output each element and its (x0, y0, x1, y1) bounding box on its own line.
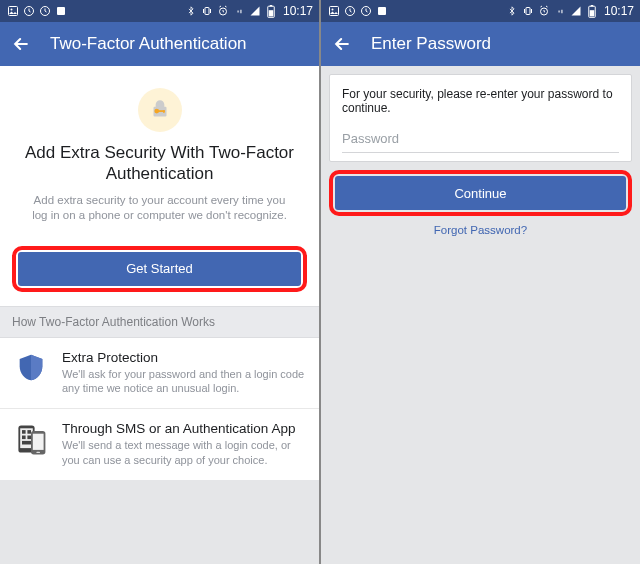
status-time: 10:17 (604, 4, 634, 18)
get-started-button[interactable]: Get Started (18, 252, 301, 286)
list-item: Through SMS or an Authentication App We'… (0, 409, 319, 480)
alarm-icon (538, 5, 551, 18)
status-time: 10:17 (283, 4, 313, 18)
highlight-annotation: Continue (329, 170, 632, 216)
password-card: For your security, please re-enter your … (329, 74, 632, 162)
status-bar: 10:17 (0, 0, 319, 22)
vibrate-icon (522, 5, 535, 18)
phone-qr-icon (12, 421, 50, 459)
svg-rect-22 (36, 452, 40, 453)
battery-icon (265, 5, 278, 18)
clock-status-icon-2 (38, 5, 51, 18)
clock-status-icon (22, 5, 35, 18)
signal-icon (570, 5, 583, 18)
phone-left: 10:17 Two-Factor Authentication Add Extr… (0, 0, 319, 564)
page-title: Two-Factor Authentication (50, 34, 247, 54)
network-icon (233, 5, 246, 18)
svg-rect-0 (8, 7, 17, 16)
battery-icon (586, 5, 599, 18)
back-arrow-icon[interactable] (10, 33, 32, 55)
page-title: Enter Password (371, 34, 491, 54)
clock-status-icon-2 (359, 5, 372, 18)
svg-rect-16 (27, 430, 31, 434)
app-bar: Enter Password (321, 22, 640, 66)
vibrate-icon (201, 5, 214, 18)
network-icon (554, 5, 567, 18)
signal-icon (249, 5, 262, 18)
highlight-annotation: Get Started (12, 246, 307, 292)
maps-icon (375, 5, 388, 18)
section-header: How Two-Factor Authentication Works (0, 306, 319, 338)
svg-rect-23 (329, 7, 338, 16)
image-icon (6, 5, 19, 18)
svg-rect-21 (33, 434, 44, 450)
svg-rect-4 (57, 7, 65, 15)
svg-rect-27 (378, 7, 386, 15)
list-item-desc: We'll send a text message with a login c… (62, 438, 307, 468)
svg-rect-18 (27, 436, 31, 440)
lock-key-icon (138, 88, 182, 132)
continue-button[interactable]: Continue (335, 176, 626, 210)
hero-title: Add Extra Security With Two-Factor Authe… (18, 142, 301, 185)
status-bar: 10:17 (321, 0, 640, 22)
maps-icon (54, 5, 67, 18)
list-item-title: Through SMS or an Authentication App (62, 421, 307, 436)
app-bar: Two-Factor Authentication (0, 22, 319, 66)
svg-rect-5 (205, 8, 209, 15)
hero-subtitle: Add extra security to your account every… (18, 193, 301, 224)
clock-status-icon (343, 5, 356, 18)
svg-rect-9 (269, 10, 274, 16)
forgot-password-link[interactable]: Forgot Password? (321, 224, 640, 236)
phone-right: 10:17 Enter Password For your security, … (321, 0, 640, 564)
svg-point-24 (331, 9, 333, 11)
svg-rect-15 (22, 430, 26, 434)
svg-rect-32 (590, 10, 595, 16)
hero-section: Add Extra Security With Two-Factor Authe… (0, 66, 319, 238)
password-input[interactable] (342, 127, 619, 153)
card-instruction: For your security, please re-enter your … (342, 87, 619, 115)
list-item-desc: We'll ask for your password and then a l… (62, 367, 307, 397)
svg-rect-28 (526, 8, 530, 15)
svg-rect-31 (591, 5, 594, 6)
bluetooth-icon (506, 5, 519, 18)
alarm-icon (217, 5, 230, 18)
svg-rect-17 (22, 436, 26, 440)
svg-rect-8 (270, 5, 273, 6)
list-item: Extra Protection We'll ask for your pass… (0, 338, 319, 410)
shield-icon (12, 350, 50, 388)
svg-point-1 (10, 9, 12, 11)
svg-rect-19 (22, 441, 31, 445)
main-content: Add Extra Security With Two-Factor Authe… (0, 66, 319, 306)
back-arrow-icon[interactable] (331, 33, 353, 55)
list-item-title: Extra Protection (62, 350, 307, 365)
bluetooth-icon (185, 5, 198, 18)
svg-rect-12 (163, 110, 164, 113)
image-icon (327, 5, 340, 18)
